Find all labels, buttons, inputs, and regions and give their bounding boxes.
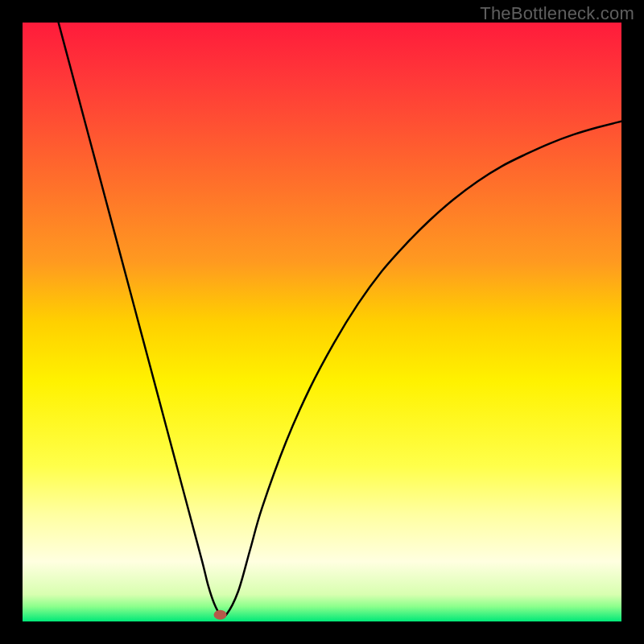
bottleneck-plot-svg — [23, 23, 621, 621]
plot-area — [23, 23, 621, 621]
plot-background — [23, 23, 621, 621]
watermark-text: TheBottleneck.com — [480, 3, 634, 24]
optimal-point-marker — [214, 610, 227, 620]
chart-frame: TheBottleneck.com — [0, 0, 644, 644]
